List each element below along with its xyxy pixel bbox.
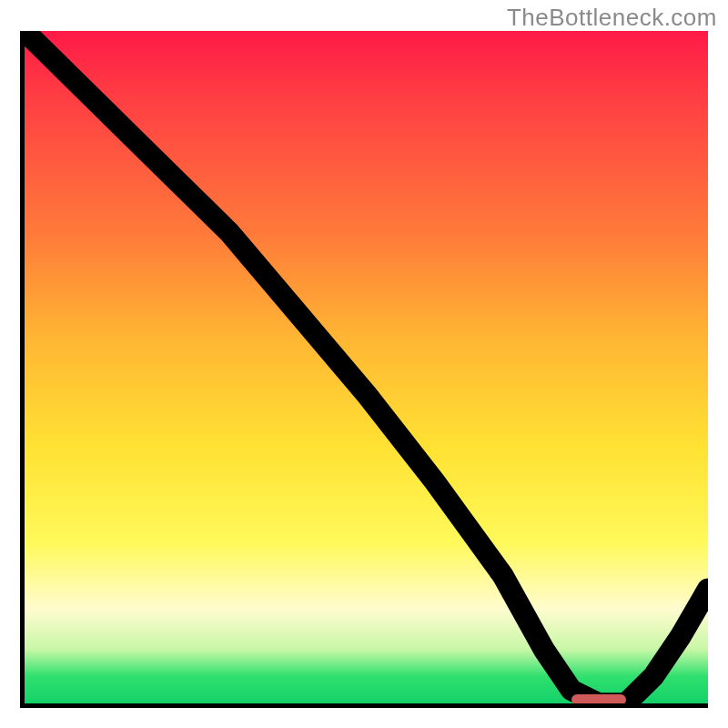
bottleneck-curve-path	[25, 31, 708, 703]
highlight-range-marker	[571, 694, 626, 705]
watermark-text: TheBottleneck.com	[507, 4, 717, 32]
bottleneck-curve-svg	[25, 31, 708, 703]
chart-frame: TheBottleneck.com	[0, 0, 728, 728]
chart-plot-area	[20, 31, 708, 708]
